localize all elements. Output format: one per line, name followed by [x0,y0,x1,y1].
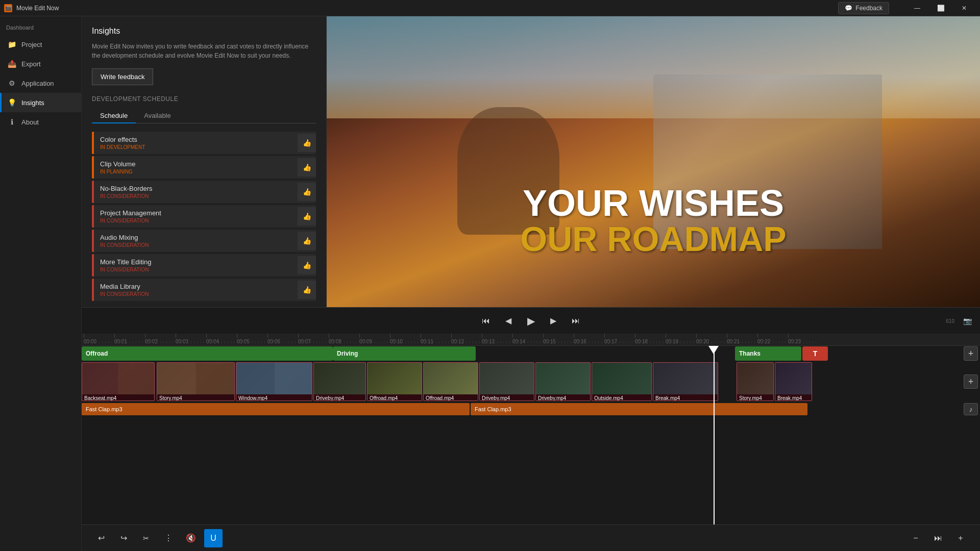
mute-button[interactable]: 🔇 [182,529,200,547]
schedule-item-content: Color effects IN DEVELOPMENT [94,132,298,154]
video-clip-offroad1[interactable]: Offroad.mp4 [367,362,422,401]
tab-bar: Schedule Available [92,109,316,123]
video-clip-label: Driveby.mp4 [536,394,590,401]
audio-clip-label: Fast Clap.mp3 [86,406,122,412]
title-clip-offroad[interactable]: Offroad [82,346,333,361]
sidebar-item-label: Application [21,80,54,87]
video-clip-window[interactable]: Window.mp4 [236,362,312,401]
close-button[interactable]: ✕ [952,0,976,16]
audio-track: Fast Clap.mp3 Fast Clap.mp3 ♪ [82,402,980,416]
video-clip-story[interactable]: Story.mp4 [157,362,235,401]
sidebar-item-insights[interactable]: 💡 Insights [0,93,81,112]
step-forward-icon: ▶ [550,316,556,325]
write-feedback-button[interactable]: Write feedback [92,68,153,85]
like-button[interactable]: 👍 [298,134,316,152]
schedule-item-name: No-Black-Borders [100,185,291,192]
video-clip-break1[interactable]: Break.mp4 [653,362,718,401]
bottom-toolbar: ↩ ↪ ✂ ⋮ 🔇 U [82,524,980,551]
video-clip-label: Story.mp4 [157,394,234,401]
sidebar-item-about[interactable]: ℹ About [0,112,81,132]
video-clip-driveby2[interactable]: Driveby.mp4 [479,362,534,401]
preview-text-line1: YOUR WISHES [337,185,970,221]
sidebar-item-application[interactable]: ⚙ Application [0,73,81,93]
feedback-button[interactable]: 💬 Feedback [838,2,889,14]
add-title-clip-button[interactable]: + [964,346,978,361]
video-clip-offroad2[interactable]: Offroad.mp4 [423,362,478,401]
schedule-item-name: Audio Mixing [100,234,291,241]
add-video-clip-button[interactable]: + [964,374,978,389]
video-clip-driveby3[interactable]: Driveby.mp4 [535,362,591,401]
like-button[interactable]: 👍 [298,183,316,201]
redo-button[interactable]: ↪ [114,529,133,547]
schedule-item-media-library: Media Library IN CONSIDERATION 👍 [92,279,316,301]
schedule-item-status: IN CONSIDERATION [100,193,291,199]
sidebar-item-project[interactable]: 📁 Project [0,35,81,54]
schedule-item-clip-volume: Clip Volume IN PLANNING 👍 [92,156,316,179]
skip-to-start-button[interactable]: ⏮ [477,312,495,330]
video-clip-outside[interactable]: Outside.mp4 [592,362,652,401]
video-clip-backseat[interactable]: Backseat.mp4 [82,362,155,401]
minimize-button[interactable]: — [905,0,929,16]
sidebar-item-export[interactable]: 📤 Export [0,54,81,73]
dev-schedule-title: Development schedule [92,95,316,103]
app-title: Movie Edit Now [16,5,59,12]
skip-to-end-button[interactable]: ⏭ [567,312,585,330]
play-button[interactable]: ▶ [522,312,540,330]
screenshot-button[interactable]: 📷 [963,317,972,325]
video-clip-label: Story.mp4 [737,394,773,401]
counter-label: 610 [946,318,954,323]
undo-button[interactable]: ↩ [92,529,110,547]
cut-button[interactable]: ✂ [137,529,155,547]
window-controls: — ⬜ ✕ [905,0,976,16]
like-button[interactable]: 👍 [298,281,316,299]
schedule-item-content: Clip Volume IN PLANNING [94,156,298,179]
video-clip-driveby1[interactable]: Driveby.mp4 [313,362,366,401]
timeline-ruler: 00:0000:0100:0200:0300:0400:0500:0600:07… [82,334,980,346]
like-button[interactable]: 👍 [298,232,316,250]
title-clip-t[interactable]: T [802,346,828,361]
step-forward-button[interactable]: ▶ [544,312,562,330]
audio-clip-fastclap1[interactable]: Fast Clap.mp3 [82,403,470,415]
video-clip-label: Offroad.mp4 [368,394,422,401]
tab-schedule[interactable]: Schedule [92,109,136,123]
top-section: Insights Movie Edit Now invites you to w… [82,16,980,307]
title-clip-thanks[interactable]: Thanks [735,346,801,361]
split-button[interactable]: ⋮ [159,529,178,547]
like-button[interactable]: 👍 [298,207,316,226]
export-icon: 📤 [7,59,16,68]
toolbar-right: − ⏭ + [906,529,970,547]
main-layout: Dashboard 📁 Project 📤 Export ⚙ Applicati… [0,16,980,551]
sidebar-item-label: Project [21,41,42,48]
like-button[interactable]: 👍 [298,158,316,177]
feedback-label: Feedback [855,5,883,12]
title-clip-driving[interactable]: Driving [333,346,476,361]
video-clip-label: Backseat.mp4 [82,394,154,401]
preview-overlay: YOUR WISHES OUR ROADMAP [327,174,980,266]
music-note-button[interactable]: ♪ [964,403,978,415]
maximize-button[interactable]: ⬜ [929,0,952,16]
step-back-button[interactable]: ◀ [499,312,518,330]
undo-icon: ↩ [98,533,105,543]
feedback-icon: 💬 [845,5,852,12]
audio-clip-fastclap2[interactable]: Fast Clap.mp3 [471,403,807,415]
fit-timeline-button[interactable]: ⏭ [929,529,947,547]
zoom-in-button[interactable]: + [951,529,970,547]
zoom-out-button[interactable]: − [906,529,925,547]
skip-start-icon: ⏮ [482,316,490,325]
zoom-out-icon: − [913,534,918,543]
content-area: Insights Movie Edit Now invites you to w… [82,16,980,551]
video-clip-break2[interactable]: Break.mp4 [775,362,812,401]
video-clip-label: Offroad.mp4 [424,394,478,401]
fit-icon: ⏭ [934,534,942,543]
title-clip-offroad-label: Offroad [86,350,108,357]
like-button[interactable]: 👍 [298,256,316,274]
video-clip-story2[interactable]: Story.mp4 [737,362,774,401]
tab-available[interactable]: Available [136,109,179,123]
sidebar-item-label: About [21,118,39,126]
video-clip-label: Outside.mp4 [592,394,651,401]
schedule-item-no-black-borders: No-Black-Borders IN CONSIDERATION 👍 [92,181,316,203]
title-clip-driving-label: Driving [337,350,358,357]
u-button[interactable]: U [204,529,223,547]
schedule-item-status: IN CONSIDERATION [100,267,291,272]
schedule-item-project-management: Project Management IN CONSIDERATION 👍 [92,205,316,228]
